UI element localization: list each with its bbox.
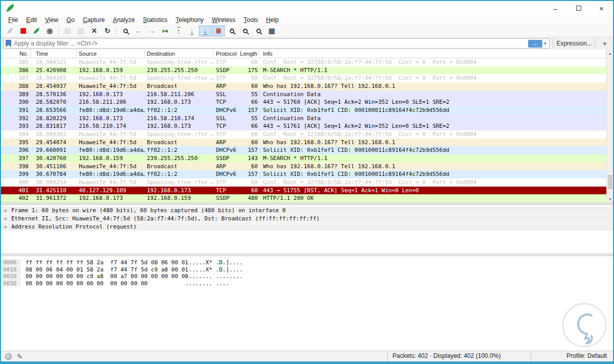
go-to-packet-icon[interactable]: ↦ xyxy=(159,26,171,36)
menu-edit[interactable]: Edit xyxy=(22,16,41,24)
auto-scroll-icon[interactable]: ↓ xyxy=(199,26,211,36)
expand-chevron-icon[interactable]: > xyxy=(4,208,9,213)
packet-details-pane: >Frame 1: 60 bytes on wire (480 bits), 6… xyxy=(1,205,613,254)
packet-row[interactable]: 39830.451106HuaweiTe_44:7f:5dBroadcastAR… xyxy=(1,163,606,171)
column-header-destination[interactable]: Destination xyxy=(145,50,214,58)
maximize-button[interactable] xyxy=(567,1,590,15)
hex-row[interactable]: 002000 00 00 00 00 00 c0 a8 00 a7 00 00 … xyxy=(1,273,613,280)
packet-row[interactable]: 38928.570136192.168.0.173216.58.211.206S… xyxy=(1,90,606,99)
menu-wireless[interactable]: Wireless xyxy=(208,16,239,24)
close-capture-icon[interactable]: ✕ xyxy=(88,26,100,36)
cell-info: Conf. Root = 32768/0/58:2a:f7:44:7f:5d C… xyxy=(259,178,606,187)
expert-info-button[interactable] xyxy=(5,353,12,360)
column-header-length[interactable]: Length xyxy=(240,50,259,58)
cell-length: 55 xyxy=(240,115,259,123)
colorize-icon[interactable]: ≣ xyxy=(212,26,225,36)
hex-row[interactable]: 003000 00 00 00 00 00 00 00 00 00 00 00.… xyxy=(1,280,613,287)
packet-row[interactable]: 39428.984302HuaweiTe_44:7f:5dSpanning-tr… xyxy=(1,130,606,139)
cell-length: 60 xyxy=(240,130,259,139)
packet-row[interactable]: 38524.984325HuaweiTe_44:7f:5dSpanning-tr… xyxy=(1,58,606,66)
packet-row[interactable]: 39328.831817216.58.210.174192.168.0.173T… xyxy=(1,122,606,130)
menu-capture[interactable]: Capture xyxy=(79,16,109,24)
cell-destination: ff02::1:2 xyxy=(145,106,214,115)
capture-options-icon[interactable]: ◉ xyxy=(43,26,56,36)
detail-row[interactable]: >Ethernet II, Src: HuaweiTe_44:7f:5d (58… xyxy=(1,215,613,222)
menu-telephony[interactable]: Telephony xyxy=(171,16,208,24)
zoom-in-icon[interactable]: + xyxy=(226,26,238,36)
go-back-icon[interactable]: ← xyxy=(133,26,145,36)
packet-list-scrollbar[interactable]: ▲ ▼ xyxy=(606,50,613,202)
expand-chevron-icon[interactable]: > xyxy=(4,216,9,221)
close-button[interactable]: × xyxy=(590,1,613,15)
scroll-up-icon[interactable]: ▲ xyxy=(607,50,613,57)
reload-icon[interactable]: ↻ xyxy=(101,26,114,36)
go-to-top-icon[interactable]: ↑ xyxy=(172,26,185,36)
filter-history-caret-icon[interactable]: ▼ xyxy=(543,41,547,46)
cell-destination: Broadcast xyxy=(145,82,214,90)
zoom-out-icon[interactable]: - xyxy=(239,26,251,36)
menu-analyze[interactable]: Analyze xyxy=(109,16,139,24)
packet-row[interactable]: 40131.42511040.127.129.109192.168.0.173T… xyxy=(1,187,606,195)
detail-row[interactable]: >Address Resolution Protocol (request) xyxy=(1,223,613,231)
packet-row[interactable]: 38726.984265HuaweiTe_44:7f:5dSpanning-tr… xyxy=(1,74,606,82)
start-capture-icon[interactable] xyxy=(4,26,16,36)
scroll-down-icon[interactable]: ▼ xyxy=(607,195,613,202)
packet-row[interactable]: 40231.961372192.168.0.173192.168.0.159SS… xyxy=(1,194,606,202)
expression-button[interactable]: Expression... xyxy=(556,40,591,47)
cell-no: 386 xyxy=(1,66,31,75)
column-header-no[interactable]: No. xyxy=(1,50,31,58)
stop-capture-icon[interactable] xyxy=(17,26,29,36)
cell-length: 157 xyxy=(240,170,259,178)
packet-row[interactable]: 39730.420760192.168.0.159239.255.255.250… xyxy=(1,154,606,163)
go-to-bottom-icon[interactable]: ↓ xyxy=(186,26,198,36)
packet-row[interactable]: 39529.454074HuaweiTe_44:7f:5dBroadcastAR… xyxy=(1,139,606,147)
cell-info: Continuation Data xyxy=(259,115,606,123)
column-header-time[interactable]: Time xyxy=(31,50,77,58)
add-filter-button[interactable]: + xyxy=(599,39,611,48)
packet-row[interactable]: 39930.670784fe80::d8d:19d6:a4da…ff02::1:… xyxy=(1,170,606,178)
hex-rows: 0000ff ff ff ff ff ff 58 2a f7 44 7f 5d … xyxy=(1,259,613,287)
menu-tools[interactable]: Tools xyxy=(239,16,262,24)
packet-row[interactable]: 38625.420908192.168.0.159239.255.255.250… xyxy=(1,66,606,75)
packet-row[interactable]: 39028.582070216.58.211.206192.168.0.173T… xyxy=(1,98,606,106)
zoom-reset-icon[interactable] xyxy=(252,26,265,36)
cell-no: 396 xyxy=(1,146,31,154)
detail-row[interactable]: >Frame 1: 60 bytes on wire (480 bits), 6… xyxy=(1,207,613,214)
cell-no: 392 xyxy=(1,115,31,123)
display-filter-input[interactable] xyxy=(14,40,528,47)
packet-row[interactable]: 39128.653566fe80::d8d:19d6:a4da…ff02::1:… xyxy=(1,106,606,115)
cell-info: Solicit XID: 0xb1fef1 CID: 000100011c891… xyxy=(259,170,606,178)
resize-columns-icon[interactable]: ▦ xyxy=(266,26,278,36)
filter-bookmark-icon[interactable] xyxy=(6,40,11,47)
menu-file[interactable]: File xyxy=(4,16,22,24)
go-forward-icon[interactable]: → xyxy=(146,26,158,36)
open-file-icon[interactable]: ▤ xyxy=(61,26,74,36)
hex-row[interactable]: 0000ff ff ff ff ff ff 58 2a f7 44 7f 5d … xyxy=(1,259,613,266)
cell-no: 398 xyxy=(1,163,31,171)
expand-chevron-icon[interactable]: > xyxy=(4,224,9,230)
column-header-protocol[interactable]: Protocol xyxy=(214,50,240,58)
scrollbar-thumb[interactable] xyxy=(608,175,612,189)
hex-row[interactable]: 001008 00 06 04 00 01 58 2a f7 44 7f 5d … xyxy=(1,266,613,274)
capture-comment-icon[interactable]: ✎ xyxy=(17,353,23,360)
restart-capture-icon[interactable] xyxy=(30,26,42,36)
packet-row[interactable]: 39228.820229192.168.0.173216.58.210.174S… xyxy=(1,115,606,123)
cell-info: HTTP/1.1 200 OK xyxy=(259,194,606,202)
menu-help[interactable]: Help xyxy=(262,16,283,24)
menu-statistics[interactable]: Statistics xyxy=(139,16,171,24)
cell-protocol: STP xyxy=(214,58,240,66)
packet-row[interactable]: 40030.984254HuaweiTe_44:7f:5dSpanning-tr… xyxy=(1,178,606,187)
column-header-source[interactable]: Source xyxy=(77,50,145,58)
column-header-info[interactable]: Info xyxy=(259,50,606,58)
cell-time: 28.984302 xyxy=(31,130,77,139)
save-file-icon[interactable]: ▥ xyxy=(75,26,87,36)
apply-filter-button[interactable]: → xyxy=(528,40,542,48)
minimize-button[interactable]: – xyxy=(544,1,567,15)
packet-row[interactable]: 38828.454037HuaweiTe_44:7f:5dBroadcastAR… xyxy=(1,82,606,90)
menu-view[interactable]: View xyxy=(41,16,62,24)
menu-go[interactable]: Go xyxy=(62,16,79,24)
packet-row[interactable]: 39629.660091fe80::d8d:19d6:a4da…ff02::1:… xyxy=(1,146,606,154)
profile-status[interactable]: Profile: Default xyxy=(566,352,607,359)
cell-time: 28.582070 xyxy=(31,98,77,106)
find-packet-icon[interactable] xyxy=(119,26,131,36)
